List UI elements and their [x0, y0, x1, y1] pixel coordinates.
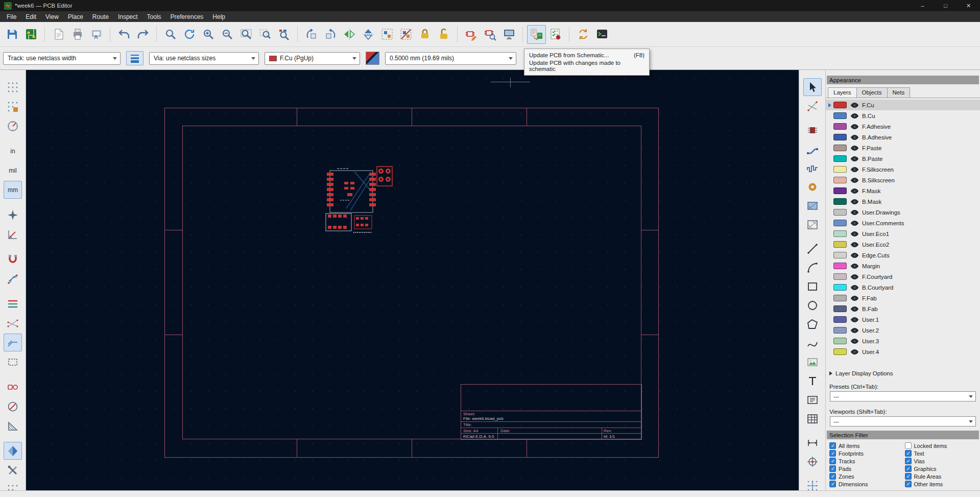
- checkbox[interactable]: [905, 481, 912, 487]
- pcb-footprints-graphic[interactable]: [325, 164, 401, 236]
- track-via-size-button[interactable]: [126, 51, 144, 65]
- menu-item[interactable]: Edit: [21, 12, 41, 21]
- layer-visibility-eye-icon[interactable]: [850, 113, 859, 119]
- layer-row[interactable]: B.Paste: [826, 153, 980, 164]
- layer-display-options-toggle[interactable]: Layer Display Options: [829, 370, 980, 376]
- layer-row[interactable]: F.Fab: [826, 293, 980, 303]
- selection-filter-item[interactable]: Other items: [905, 481, 980, 487]
- layer-visibility-eye-icon[interactable]: [850, 134, 859, 140]
- exchange-footprints-button[interactable]: [573, 25, 592, 44]
- selection-filter-item[interactable]: Dimensions: [829, 481, 905, 487]
- layer-color-swatch[interactable]: [833, 112, 847, 119]
- layer-row[interactable]: F.Paste: [826, 143, 980, 153]
- checkbox[interactable]: [829, 473, 836, 480]
- selection-filter-item[interactable]: Rule Areas: [905, 473, 980, 480]
- layer-row[interactable]: B.Silkscreen: [826, 175, 980, 185]
- layer-row[interactable]: User.Comments: [826, 218, 980, 228]
- checkbox[interactable]: [829, 481, 836, 487]
- draw-bezier-tool[interactable]: [803, 334, 822, 352]
- refresh-button[interactable]: [180, 25, 199, 44]
- layer-color-swatch[interactable]: [833, 102, 847, 108]
- layer-row[interactable]: User.2: [826, 325, 980, 336]
- layer-color-swatch[interactable]: [833, 252, 847, 258]
- footprint-editor-button[interactable]: [462, 25, 481, 44]
- draw-circle-tool[interactable]: [803, 296, 822, 314]
- layer-visibility-eye-icon[interactable]: [850, 317, 859, 323]
- checkbox[interactable]: [829, 450, 836, 457]
- polar-coordinates-button[interactable]: [4, 117, 22, 135]
- layer-color-swatch[interactable]: [833, 198, 847, 205]
- add-table-tool[interactable]: [803, 410, 822, 428]
- net-color-mode-button[interactable]: [4, 295, 22, 313]
- draw-line-tool[interactable]: [803, 240, 822, 257]
- layer-visibility-eye-icon[interactable]: [850, 209, 859, 216]
- unit-button[interactable]: in: [4, 142, 22, 160]
- selection-filter-item[interactable]: Locked items: [905, 442, 980, 449]
- layer-visibility-eye-icon[interactable]: [850, 295, 859, 301]
- presets-combo[interactable]: ---: [830, 391, 976, 401]
- layer-visibility-eye-icon[interactable]: [850, 145, 859, 151]
- board-setup-button[interactable]: [21, 25, 40, 44]
- close-button[interactable]: ✕: [957, 0, 980, 11]
- three-d-viewer-button[interactable]: [499, 25, 518, 44]
- checkbox[interactable]: [905, 442, 912, 449]
- maximize-button[interactable]: □: [934, 0, 957, 11]
- viewports-combo[interactable]: ---: [830, 416, 976, 427]
- layer-color-swatch[interactable]: [833, 348, 847, 355]
- layer-visibility-eye-icon[interactable]: [850, 349, 859, 355]
- layer-color-swatch[interactable]: [833, 220, 847, 226]
- appearance-tab[interactable]: Nets: [887, 87, 911, 98]
- ungroup-button[interactable]: [396, 25, 415, 44]
- track-width-combo[interactable]: Track: use netclass width: [3, 52, 121, 65]
- grid-combo[interactable]: 0.5000 mm (19.69 mils): [385, 52, 516, 65]
- toggle-grid-button[interactable]: [4, 78, 22, 96]
- add-image-tool[interactable]: [803, 353, 822, 371]
- menu-item[interactable]: Place: [63, 12, 88, 21]
- add-rule-area-tool[interactable]: [803, 216, 822, 233]
- outline-display-mode-button[interactable]: [4, 353, 22, 371]
- tune-length-tool[interactable]: [803, 159, 822, 177]
- zoom-objects-button[interactable]: [274, 25, 293, 44]
- layer-color-swatch[interactable]: [833, 241, 847, 248]
- selection-filter-item[interactable]: Footprints: [829, 450, 905, 457]
- layer-visibility-eye-icon[interactable]: [850, 231, 859, 237]
- unlock-button[interactable]: [434, 25, 453, 44]
- draw-polygon-tool[interactable]: [803, 315, 822, 333]
- ratsnest-visibility-button[interactable]: [4, 314, 22, 332]
- minimize-button[interactable]: –: [911, 0, 934, 11]
- draw-rectangle-tool[interactable]: [803, 277, 822, 295]
- rotate-cw-button[interactable]: [321, 25, 340, 44]
- layer-color-swatch[interactable]: [833, 177, 847, 183]
- layer-visibility-eye-icon[interactable]: [850, 327, 859, 334]
- plot-button[interactable]: [87, 25, 106, 44]
- highlight-net-tool[interactable]: [803, 97, 822, 115]
- magnetic-snap-button[interactable]: [4, 250, 22, 268]
- layer-pair-indicator[interactable]: [366, 52, 379, 65]
- add-zone-tool[interactable]: [803, 197, 822, 215]
- menu-item[interactable]: Route: [88, 12, 113, 21]
- layer-visibility-eye-icon[interactable]: [850, 252, 859, 258]
- layer-color-swatch[interactable]: [833, 273, 847, 280]
- appearance-tab[interactable]: Layers: [828, 87, 857, 98]
- flip-button[interactable]: [340, 25, 358, 44]
- layer-row[interactable]: B.Mask: [826, 196, 980, 207]
- cursor-shape-button[interactable]: [4, 206, 22, 224]
- selection-filter-item[interactable]: Text: [905, 450, 980, 457]
- add-footprint-tool[interactable]: [803, 121, 822, 139]
- layer-row[interactable]: User.Eco2: [826, 239, 980, 250]
- add-via-tool[interactable]: [803, 178, 822, 196]
- layer-color-swatch[interactable]: [833, 263, 847, 269]
- pcb-canvas[interactable]: Sheet: File: week6.kicad_pcb Title: Size…: [26, 70, 799, 490]
- layer-visibility-eye-icon[interactable]: [850, 177, 859, 183]
- zone-display-mode-button[interactable]: [4, 417, 22, 435]
- update-pcb-from-schematic-button[interactable]: [527, 25, 546, 44]
- curved-ratsnest-button[interactable]: [4, 270, 22, 288]
- selection-filter-item[interactable]: Tracks: [829, 458, 905, 464]
- layer-combo[interactable]: F.Cu (PgUp): [265, 52, 360, 65]
- rotate-ccw-button[interactable]: [302, 25, 321, 44]
- scripting-console-button[interactable]: [592, 25, 611, 44]
- menu-item[interactable]: File: [2, 12, 21, 21]
- toggle-grid-overrides-button[interactable]: [4, 98, 22, 115]
- layer-color-swatch[interactable]: [833, 338, 847, 344]
- mirror-button[interactable]: [358, 25, 377, 44]
